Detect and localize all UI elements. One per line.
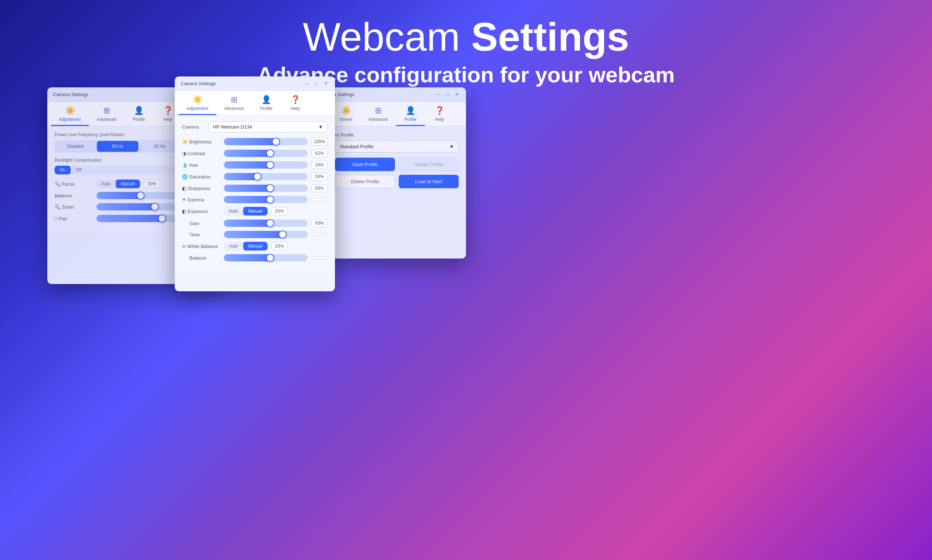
close-btn-center[interactable]: ✕ [323,80,329,87]
contrast-slider[interactable] [224,150,308,157]
white-balance-row: ⊙ White Balance Auto Manuel 20% [182,242,328,251]
maximize-btn-right[interactable]: □ [444,91,451,98]
saturation-row: 🌐 Saturation 50% [182,172,328,181]
exposure-row: ◧ Exposure Auto Manuel 25% [182,207,328,215]
focus-toggle: Auto Manuel [97,180,140,188]
tab-profile-center[interactable]: 👤 Profile [252,91,281,115]
wb-balance-value [311,256,328,259]
hue-slider[interactable] [224,161,308,169]
help-icon-right: ❓ [435,106,444,115]
advanced-icon-center: ⊞ [231,95,237,105]
gain-value: 50% [311,219,328,227]
tab-adjustment-center[interactable]: ☀️ Adjustment [178,91,216,115]
profile-icon-right: 👤 [406,106,415,115]
profile-section: ur Profile Standard Profile ▼ Save Profi… [328,126,466,194]
gamma-slider[interactable] [224,196,308,203]
profile-icon-center: 👤 [261,95,271,105]
window-right: a Settings ─ □ ✕ ☀️ stment ⊞ Advanced 👤 … [328,88,466,258]
sharpness-label: ◧ Sharpness [182,186,220,191]
close-btn-right[interactable]: ✕ [454,91,460,98]
brightness-slider[interactable] [224,138,308,145]
tab-advanced-right[interactable]: ⊞ Advanced [360,102,396,126]
saturation-slider[interactable] [224,173,308,180]
wb-manuel[interactable]: Manuel [243,242,268,251]
freq-50hz[interactable]: 50 Hz [97,141,138,152]
tab-help-center[interactable]: ❓ Help [281,91,310,115]
window-title-center: Camera Settings [181,81,216,86]
exposure-value: 25% [271,207,288,215]
contrast-row: ◑ Contrast 62% [182,149,328,157]
wb-toggle: Auto Manuel [224,242,268,251]
time-slider[interactable] [224,231,308,238]
adjustment-icon: ☀️ [65,106,75,115]
saturation-value: 50% [311,172,328,181]
minimize-btn-right[interactable]: ─ [435,91,441,98]
window-title-right: a Settings [334,92,355,97]
exposure-toggle: Auto Manuel [224,207,268,215]
exposure-auto[interactable]: Auto [224,207,243,215]
focus-auto[interactable]: Auto [97,180,116,188]
camera-select[interactable]: HP Webcam D134 ▼ [208,121,328,132]
sharpness-slider[interactable] [224,185,308,192]
window-controls-right: ─ □ ✕ [435,91,460,98]
hero-section: Webcam Settings Advance configuration fo… [0,0,932,88]
contrast-value: 62% [311,149,328,157]
saturation-label: 🌐 Saturation [182,174,220,180]
time-label: Time [182,232,220,237]
focus-manuel[interactable]: Manuel [116,180,140,188]
white-balance-label: ⊙ White Balance [182,244,220,249]
hue-row: 💧 Hue 25% [182,161,328,169]
advanced-icon-right: ⊞ [375,106,381,115]
tab-adjustment-left[interactable]: ☀️ Adjustment [51,102,89,126]
profile-icon-left: 👤 [134,106,144,115]
brightness-label: ☀️ Brightness [182,139,220,145]
gamma-value [311,198,328,201]
exposure-manuel[interactable]: Manuel [243,207,268,215]
tab-profile-right[interactable]: 👤 Profile [396,102,425,126]
freq-disabled[interactable]: Disabled [55,140,96,152]
time-value [311,233,328,236]
exposure-label: ◧ Exposure [182,209,220,214]
backlight-off[interactable]: Off [71,166,87,174]
maximize-btn-center[interactable]: □ [313,80,320,87]
time-row: Time [182,231,328,238]
help-icon-left: ❓ [163,106,173,115]
tab-help-right[interactable]: ❓ Help [425,102,454,126]
profile-section-label: ur Profile [335,132,459,138]
gain-slider[interactable] [224,220,308,227]
wb-balance-label: Balance [182,255,220,261]
balance-label: Balance [55,193,93,198]
titlebar-right: a Settings ─ □ ✕ [328,88,466,102]
backlight-on[interactable]: On [55,166,71,174]
camera-row: Camera HP Webcam D134 ▼ [182,121,328,132]
update-profile-button[interactable]: Update Profile [399,158,459,171]
advanced-icon: ⊞ [103,106,110,115]
contrast-label: ◑ Contrast [182,151,220,156]
focus-value: 20% [144,180,160,188]
help-icon-center: ❓ [291,95,300,105]
tab-profile-left[interactable]: 👤 Profile [124,102,153,126]
load-at-start-button[interactable]: Load at Start [399,175,459,188]
camera-label: Camera [182,124,204,130]
window-center: Camera Settings ─ □ ✕ ☀️ Adjustment ⊞ Ad… [175,77,335,291]
window-title-left: Camera Settings [53,92,88,97]
tab-bar-center: ☀️ Adjustment ⊞ Advanced 👤 Profile ❓ Hel… [175,91,335,115]
freq-60hz[interactable]: 60 Hz [139,140,181,152]
tab-advanced-center[interactable]: ⊞ Advanced [216,91,252,115]
chevron-down-icon: ▼ [318,124,323,130]
content-center: Camera HP Webcam D134 ▼ ☀️ Brightness 10… [175,115,335,271]
save-profile-button[interactable]: Save Profile [335,158,395,171]
minimize-btn-center[interactable]: ─ [304,80,310,87]
wb-auto[interactable]: Auto [224,242,243,251]
focus-label: 🔍 Focus [55,182,93,187]
wb-balance-slider[interactable] [224,254,308,262]
profile-chevron-icon: ▼ [449,144,454,149]
profile-dropdown[interactable]: Standard Profile ▼ [335,140,459,152]
tab-adjustment-right[interactable]: ☀️ stment [331,102,360,126]
window-controls-center: ─ □ ✕ [304,80,329,87]
gain-label: Gain [182,221,220,226]
delete-profile-button[interactable]: Delete Profile [335,175,395,188]
tab-advanced-left[interactable]: ⊞ Advanced [89,102,124,126]
hero-title: Webcam Settings [0,15,932,58]
brightness-row: ☀️ Brightness 100% [182,138,328,146]
